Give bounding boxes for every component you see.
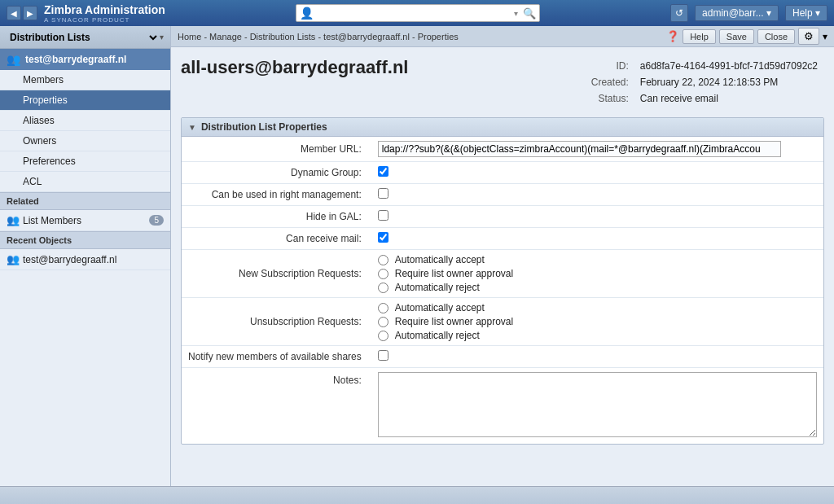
- recent-item-label: test@barrydegraaff.nl: [23, 254, 116, 265]
- can-receive-label: Can receive mail:: [182, 228, 371, 250]
- unsub-radio-2[interactable]: [378, 331, 388, 341]
- unsub-label: Unsubscription Requests:: [182, 298, 371, 346]
- gear-button[interactable]: ⚙: [798, 28, 819, 45]
- new-sub-label: New Subscription Requests:: [182, 250, 371, 298]
- related-label: Related: [7, 196, 39, 206]
- notify-checkbox[interactable]: [378, 350, 388, 361]
- new-sub-radio-1[interactable]: [378, 269, 388, 279]
- breadcrumb-bar: Home - Manage - Distribution Lists - tes…: [171, 26, 834, 47]
- back-button[interactable]: ◀: [7, 6, 21, 20]
- new-sub-radio-2[interactable]: [378, 283, 388, 293]
- new-sub-value: Automatically accept Require list owner …: [371, 250, 823, 298]
- can-receive-checkbox[interactable]: [378, 232, 388, 243]
- sidebar-item-list-members[interactable]: 👥 List Members 5: [0, 210, 170, 231]
- right-mgmt-value: [371, 184, 823, 206]
- id-value: a6d8fa7e-4164-4991-bfcf-71d59d7092c2: [635, 59, 823, 73]
- search-input[interactable]: [317, 7, 514, 19]
- sidebar: Distribution Lists ▾ 👥 test@barrydegraaf…: [0, 26, 171, 486]
- unsub-option-2-label: Automatically reject: [395, 330, 480, 341]
- statusbar: [0, 486, 834, 504]
- content-area: Home - Manage - Distribution Lists - tes…: [171, 26, 834, 486]
- can-receive-row: Can receive mail:: [182, 228, 823, 250]
- properties-table: Member URL: Dynamic Group: Can be used i…: [182, 137, 823, 444]
- notes-label: Notes:: [182, 368, 371, 445]
- properties-title-bar: ▼ Distribution List Properties: [182, 118, 823, 137]
- new-sub-option-2: Automatically reject: [378, 282, 817, 293]
- notify-value: [371, 346, 823, 368]
- recent-user-icon: 👥: [7, 253, 20, 265]
- chevron-down-icon[interactable]: ▾: [823, 31, 827, 42]
- member-url-row: Member URL:: [182, 137, 823, 162]
- collapse-icon[interactable]: ▼: [188, 123, 196, 132]
- notes-textarea[interactable]: [378, 372, 817, 437]
- forward-button[interactable]: ▶: [23, 6, 37, 20]
- related-section-header: Related: [0, 192, 170, 210]
- search-icon[interactable]: 🔍: [523, 7, 536, 20]
- sidebar-dropdown[interactable]: Distribution Lists: [7, 31, 160, 44]
- sidebar-header: Distribution Lists ▾: [0, 26, 170, 49]
- meta-table: ID: a6d8fa7e-4164-4991-bfcf-71d59d7092c2…: [585, 57, 824, 107]
- sidebar-item-properties[interactable]: Properties: [0, 90, 170, 111]
- unsub-option-1: Require list owner approval: [378, 316, 817, 327]
- right-mgmt-row: Can be used in right management:: [182, 184, 823, 206]
- sidebar-item-members-label: Members: [23, 74, 64, 85]
- notes-value: [371, 368, 823, 445]
- new-sub-option-0-label: Automatically accept: [395, 254, 485, 265]
- unsub-option-0-label: Automatically accept: [395, 302, 485, 313]
- dynamic-group-label: Dynamic Group:: [182, 162, 371, 184]
- new-sub-row: New Subscription Requests: Automatically…: [182, 250, 823, 298]
- nav-arrows: ◀ ▶: [7, 6, 37, 20]
- save-button[interactable]: Save: [719, 29, 754, 44]
- list-members-label: List Members: [23, 215, 81, 226]
- sidebar-parent-item[interactable]: 👥 test@barrydegraaff.nl: [0, 49, 170, 70]
- new-sub-radio-group: Automatically accept Require list owner …: [378, 254, 817, 293]
- member-url-input[interactable]: [378, 141, 781, 157]
- recent-label: Recent Objects: [7, 235, 72, 245]
- notify-row: Notify new members of available shares: [182, 346, 823, 368]
- unsub-radio-1[interactable]: [378, 317, 388, 327]
- new-sub-option-0: Automatically accept: [378, 254, 817, 265]
- member-url-value: [371, 137, 823, 162]
- unsub-option-2: Automatically reject: [378, 330, 817, 341]
- right-mgmt-checkbox[interactable]: [378, 188, 388, 199]
- list-icon: 👥: [7, 214, 20, 226]
- sidebar-item-acl[interactable]: ACL: [0, 172, 170, 192]
- unsub-radio-group: Automatically accept Require list owner …: [378, 302, 817, 341]
- help-menu[interactable]: Help ▾: [785, 5, 827, 21]
- action-buttons: ❓ Help Save Close ⚙ ▾: [666, 28, 827, 45]
- dynamic-group-checkbox[interactable]: [378, 166, 388, 177]
- unsub-row: Unsubscription Requests: Automatically a…: [182, 298, 823, 346]
- can-receive-value: [371, 228, 823, 250]
- recent-section-header: Recent Objects: [0, 231, 170, 249]
- unsub-value: Automatically accept Require list owner …: [371, 298, 823, 346]
- sidebar-item-preferences-label: Preferences: [23, 156, 76, 167]
- sidebar-item-aliases-label: Aliases: [23, 115, 55, 126]
- admin-menu[interactable]: admin@barr... ▾: [695, 5, 779, 21]
- new-sub-radio-0[interactable]: [378, 255, 388, 265]
- dynamic-group-row: Dynamic Group:: [182, 162, 823, 184]
- hide-gal-row: Hide in GAL:: [182, 206, 823, 228]
- app-logo: Zimbra Administration A SYNACOR PRODUCT: [44, 3, 165, 24]
- new-sub-option-2-label: Automatically reject: [395, 282, 480, 293]
- main-layout: Distribution Lists ▾ 👥 test@barrydegraaf…: [0, 26, 834, 486]
- sidebar-item-acl-label: ACL: [23, 176, 42, 187]
- help-button[interactable]: Help: [683, 29, 716, 44]
- hide-gal-checkbox[interactable]: [378, 210, 388, 221]
- sidebar-item-members[interactable]: Members: [0, 70, 170, 90]
- recent-item-0[interactable]: 👥 test@barrydegraaff.nl: [0, 249, 170, 270]
- app-title: Zimbra Administration: [44, 3, 165, 16]
- member-url-label: Member URL:: [182, 137, 371, 162]
- unsub-radio-0[interactable]: [378, 303, 388, 313]
- sidebar-item-preferences[interactable]: Preferences: [0, 151, 170, 172]
- question-icon: ❓: [666, 30, 679, 42]
- list-members-badge: 5: [149, 215, 164, 226]
- sidebar-item-aliases[interactable]: Aliases: [0, 111, 170, 131]
- new-sub-option-1: Require list owner approval: [378, 268, 817, 279]
- unsub-option-0: Automatically accept: [378, 302, 817, 313]
- sidebar-item-owners[interactable]: Owners: [0, 131, 170, 151]
- header-info: all-users@barrydegraaff.nl ID: a6d8fa7e-…: [181, 57, 824, 107]
- refresh-button[interactable]: ↺: [670, 4, 688, 22]
- unsub-option-1-label: Require list owner approval: [395, 316, 513, 327]
- close-button[interactable]: Close: [757, 29, 795, 44]
- sidebar-parent-label: test@barrydegraaff.nl: [25, 54, 126, 65]
